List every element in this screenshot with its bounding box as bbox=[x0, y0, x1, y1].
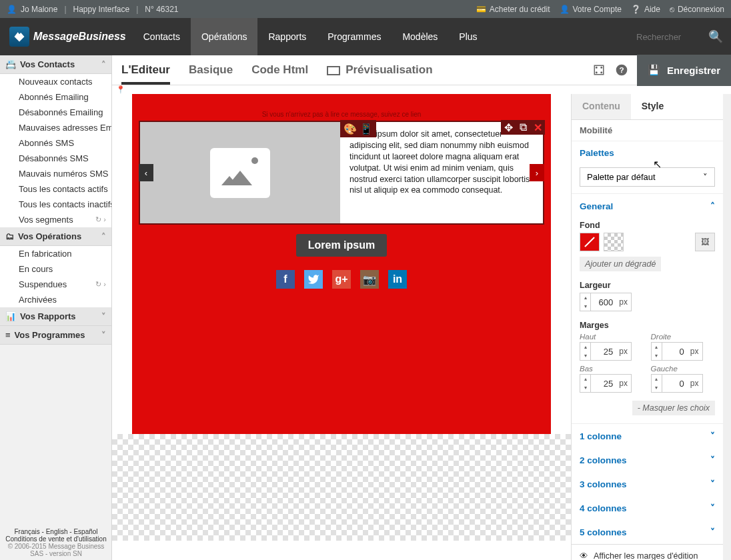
sidebar-contacts-header[interactable]: 📇Vos Contacts˄ bbox=[0, 55, 111, 74]
sidebar-item-subscribers-sms[interactable]: Abonnés SMS bbox=[0, 135, 111, 151]
margin-top-input[interactable]: ▴▾25px bbox=[580, 342, 632, 361]
chevron-down-icon: ˅ bbox=[710, 479, 715, 489]
delete-icon[interactable]: ✕ bbox=[530, 120, 545, 135]
background-label: Fond bbox=[580, 221, 715, 230]
logo[interactable]: MessageBusiness bbox=[0, 27, 133, 47]
sidebar-item-suspended[interactable]: Suspendues↻› bbox=[0, 277, 111, 292]
sidebar-item-all-active[interactable]: Tous les contacts actifs bbox=[0, 181, 111, 197]
mobile-icon[interactable]: 📱 bbox=[359, 121, 374, 136]
sidebar-item-bad-email[interactable]: Mauvaises adresses Emailing bbox=[0, 120, 111, 135]
tab-basic[interactable]: Basique bbox=[189, 55, 233, 85]
sidebar-item-unsub-email[interactable]: Désabonnés Emailing bbox=[0, 105, 111, 120]
panel-tab-style[interactable]: Style bbox=[631, 94, 674, 119]
panel-tab-content[interactable]: Contenu bbox=[572, 94, 631, 119]
fullscreen-button[interactable] bbox=[592, 63, 606, 77]
email-canvas[interactable]: Si vous n'arrivez pas à lire ce message,… bbox=[132, 94, 551, 434]
twitter-icon[interactable] bbox=[304, 270, 323, 289]
help-button[interactable]: ? bbox=[614, 63, 629, 77]
sidebar-item-unsub-sms[interactable]: Désabonnés SMS bbox=[0, 151, 111, 166]
copy-icon[interactable]: ⧉ bbox=[516, 120, 530, 135]
move-icon[interactable]: ✥ bbox=[501, 120, 516, 135]
search-icon[interactable]: 🔍 bbox=[708, 29, 723, 44]
section-5col[interactable]: 5 colonnes˅ bbox=[572, 520, 723, 544]
mobility-row[interactable]: Mobilité bbox=[572, 120, 723, 141]
spin-down-icon[interactable]: ▾ bbox=[580, 302, 590, 311]
margin-left-input[interactable]: ▴▾0px bbox=[651, 374, 703, 393]
sidebar-programs-header[interactable]: ≡Vos Programmes˅ bbox=[0, 326, 111, 345]
buy-credit-link[interactable]: 💳Acheter du crédit bbox=[476, 5, 550, 14]
next-arrow[interactable]: › bbox=[530, 164, 544, 181]
section-1col[interactable]: 1 colonne˅ bbox=[572, 424, 723, 448]
terms-link[interactable]: Conditions de vente et d'utilisation bbox=[5, 535, 106, 543]
lang-fr[interactable]: Français bbox=[14, 528, 39, 535]
sidebar-item-all-inactive[interactable]: Tous les contacts inactifs bbox=[0, 197, 111, 212]
sidebar-item-segments[interactable]: Vos segments↻› bbox=[0, 212, 111, 227]
image-placeholder[interactable] bbox=[140, 122, 340, 223]
nav-reports[interactable]: Rapports bbox=[257, 18, 317, 55]
your-account-link[interactable]: 👤Votre Compte bbox=[560, 5, 622, 14]
spin-up-icon[interactable]: ▴ bbox=[580, 293, 590, 302]
instagram-icon[interactable]: 📷 bbox=[360, 270, 379, 289]
image-swatch[interactable]: 🖼 bbox=[695, 233, 715, 251]
hide-choices-link[interactable]: - Masquer les choix bbox=[632, 401, 715, 415]
add-gradient-link[interactable]: Ajouter un dégradé bbox=[580, 257, 661, 271]
tab-editor[interactable]: L'Editeur bbox=[121, 55, 170, 85]
refresh-icon[interactable]: ↻ bbox=[95, 280, 101, 289]
save-icon: 💾 bbox=[648, 64, 660, 76]
nav-templates[interactable]: Modèles bbox=[392, 18, 448, 55]
sidebar-item-new-contacts[interactable]: Nouveaux contacts bbox=[0, 74, 111, 89]
save-button[interactable]: 💾Enregistrer bbox=[637, 55, 731, 86]
color-swatch[interactable] bbox=[580, 233, 600, 251]
prev-arrow[interactable]: ‹ bbox=[139, 164, 153, 181]
help-link[interactable]: ❔Aide bbox=[631, 5, 660, 14]
palettes-section[interactable]: Palettes bbox=[572, 141, 723, 165]
margin-right-input[interactable]: ▴▾0px bbox=[651, 342, 703, 361]
tab-html[interactable]: Code Html bbox=[251, 55, 308, 85]
palette-select[interactable]: Palette par défaut˅ bbox=[580, 167, 715, 187]
lang-es[interactable]: Español bbox=[73, 528, 97, 535]
nav-programs[interactable]: Programmes bbox=[317, 18, 392, 55]
width-input[interactable]: ▴▾ 600px bbox=[580, 293, 632, 311]
sidebar-item-in-fabrication[interactable]: En fabrication bbox=[0, 246, 111, 261]
sidebar-item-bad-sms[interactable]: Mauvais numéros SMS bbox=[0, 166, 111, 181]
chevron-down-icon: ˅ bbox=[101, 330, 106, 340]
section-2col[interactable]: 2 colonnes˅ bbox=[572, 448, 723, 472]
sidebar-item-subscribers-email[interactable]: Abonnés Emailing bbox=[0, 89, 111, 105]
scrollbar[interactable] bbox=[723, 94, 731, 560]
block-toolbar-left: 🎨 📱 bbox=[340, 120, 376, 137]
googleplus-icon[interactable]: g+ bbox=[332, 270, 351, 289]
width-label: Largeur bbox=[580, 281, 715, 290]
tab-preview[interactable]: Prévisualisation bbox=[327, 55, 432, 85]
chevron-up-icon: ˄ bbox=[101, 231, 106, 241]
logout-link[interactable]: ⎋Déconnexion bbox=[670, 5, 724, 14]
linkedin-icon[interactable]: in bbox=[388, 270, 407, 289]
section-3col[interactable]: 3 colonnes˅ bbox=[572, 472, 723, 496]
help-icon: ❔ bbox=[631, 5, 641, 14]
list-icon: ≡ bbox=[5, 330, 11, 340]
chevron-right-icon[interactable]: › bbox=[103, 280, 106, 289]
lang-en[interactable]: English bbox=[46, 528, 68, 535]
refresh-icon[interactable]: ↻ bbox=[95, 215, 101, 224]
chevron-right-icon[interactable]: › bbox=[103, 215, 106, 224]
monitor-icon bbox=[327, 66, 340, 75]
cta-button[interactable]: Lorem ipsum bbox=[296, 234, 387, 257]
facebook-icon[interactable]: f bbox=[276, 270, 295, 289]
svg-point-1 bbox=[596, 67, 597, 69]
nav-contacts[interactable]: Contacts bbox=[133, 18, 191, 55]
palette-icon[interactable]: 🎨 bbox=[343, 121, 357, 136]
margin-bottom-input[interactable]: ▴▾25px bbox=[580, 374, 632, 393]
folder-icon: 🗂 bbox=[5, 231, 14, 241]
sidebar-item-in-progress[interactable]: En cours bbox=[0, 261, 111, 277]
sidebar-item-archived[interactable]: Archivées bbox=[0, 292, 111, 307]
logo-text: MessageBusiness bbox=[33, 31, 126, 43]
search-input[interactable] bbox=[636, 32, 703, 42]
nav-more[interactable]: Plus bbox=[448, 18, 488, 55]
general-section[interactable]: General˄ bbox=[572, 194, 723, 218]
transparent-swatch[interactable] bbox=[604, 233, 624, 251]
section-4col[interactable]: 4 colonnes˅ bbox=[572, 496, 723, 520]
show-margins-toggle[interactable]: 👁Afficher les marges d'édition bbox=[572, 544, 723, 560]
nav-operations[interactable]: Opérations bbox=[191, 18, 257, 55]
content-block[interactable]: 🎨 📱 ✥ ⧉ ✕ ‹ › Lorem ipsum bbox=[139, 121, 544, 225]
sidebar-operations-header[interactable]: 🗂Vos Opérations˄ bbox=[0, 227, 111, 246]
sidebar-reports-header[interactable]: 📊Vos Rapports˅ bbox=[0, 307, 111, 326]
